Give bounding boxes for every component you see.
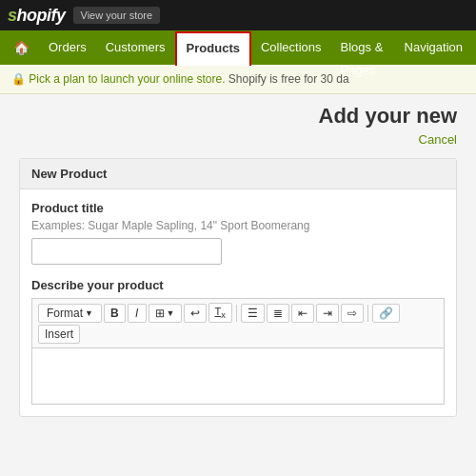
ordered-list-button[interactable]: ≣: [267, 304, 289, 323]
describe-label: Describe your product: [31, 278, 445, 292]
undo-icon: ↩: [190, 307, 200, 320]
format-dropdown-button[interactable]: Format ▼: [38, 304, 102, 323]
card-header: New Product: [20, 159, 456, 189]
link-icon: 🔗: [379, 307, 393, 320]
clear-format-icon: Tx: [215, 306, 226, 320]
format-chevron-icon: ▼: [85, 308, 93, 318]
lock-icon: 🔒: [11, 72, 26, 86]
product-title-input[interactable]: [31, 238, 222, 265]
link-button[interactable]: 🔗: [372, 304, 400, 323]
undo-button[interactable]: ↩: [184, 304, 207, 323]
nav-item-orders[interactable]: Orders: [39, 30, 96, 65]
nav-item-products[interactable]: Products: [175, 31, 251, 66]
nav-item-customers[interactable]: Customers: [96, 30, 175, 65]
new-product-card: New Product Product title Examples: Suga…: [19, 158, 457, 417]
cancel-button[interactable]: Cancel: [419, 132, 457, 147]
cancel-link-container: Cancel: [19, 132, 457, 147]
nav-home-button[interactable]: 🏠: [4, 34, 39, 61]
nav-item-navigation[interactable]: Navigation: [395, 30, 472, 65]
toolbar-separator-1: [236, 305, 237, 322]
plan-link[interactable]: Pick a plan to launch your online store.: [29, 72, 225, 86]
view-store-button[interactable]: View your store: [73, 7, 161, 24]
grid-chevron-icon: ▼: [167, 308, 175, 318]
toolbar-separator-2: [367, 305, 368, 322]
product-description-editor[interactable]: [31, 347, 445, 405]
nav-item-blogs-pages[interactable]: Blogs & Pages: [331, 30, 395, 65]
insert-button[interactable]: Insert: [38, 325, 80, 344]
shopify-logo: shopify: [8, 6, 66, 26]
main-content: Add your new Cancel New Product Product …: [0, 94, 476, 426]
banner-trailing-text: Shopify is free for 30 da: [228, 72, 349, 86]
product-title-label: Product title: [31, 201, 445, 215]
align-right-icon: ⇨: [347, 307, 357, 320]
align-center-icon: ⇥: [323, 307, 332, 320]
grid-icon: ⊞: [155, 307, 165, 320]
align-right-button[interactable]: ⇨: [341, 304, 364, 323]
bold-button[interactable]: B: [104, 304, 126, 323]
unordered-list-button[interactable]: ☰: [241, 304, 265, 323]
plan-banner: 🔒 Pick a plan to launch your online stor…: [0, 65, 476, 94]
nav-item-collections[interactable]: Collections: [251, 30, 331, 65]
format-label: Format: [47, 307, 83, 320]
editor-toolbar: Format ▼ B I ⊞▼ ↩ Tx ☰ ≣ ⇤ ⇥ ⇨ 🔗 Insert: [31, 298, 445, 347]
top-bar: shopify View your store: [0, 0, 476, 30]
align-center-button[interactable]: ⇥: [316, 304, 339, 323]
nav-bar: 🏠 Orders Customers Products Collections …: [0, 30, 476, 65]
card-body: Product title Examples: Sugar Maple Sapl…: [20, 189, 456, 416]
unordered-list-icon: ☰: [248, 307, 258, 320]
page-title: Add your new: [19, 104, 457, 129]
align-left-button[interactable]: ⇤: [291, 304, 314, 323]
ordered-list-icon: ≣: [273, 307, 283, 320]
product-title-hint: Examples: Sugar Maple Sapling, 14" Sport…: [31, 219, 445, 232]
align-left-icon: ⇤: [298, 307, 307, 320]
italic-button[interactable]: I: [128, 304, 147, 323]
grid-button[interactable]: ⊞▼: [149, 304, 182, 323]
clear-format-button[interactable]: Tx: [208, 303, 232, 323]
